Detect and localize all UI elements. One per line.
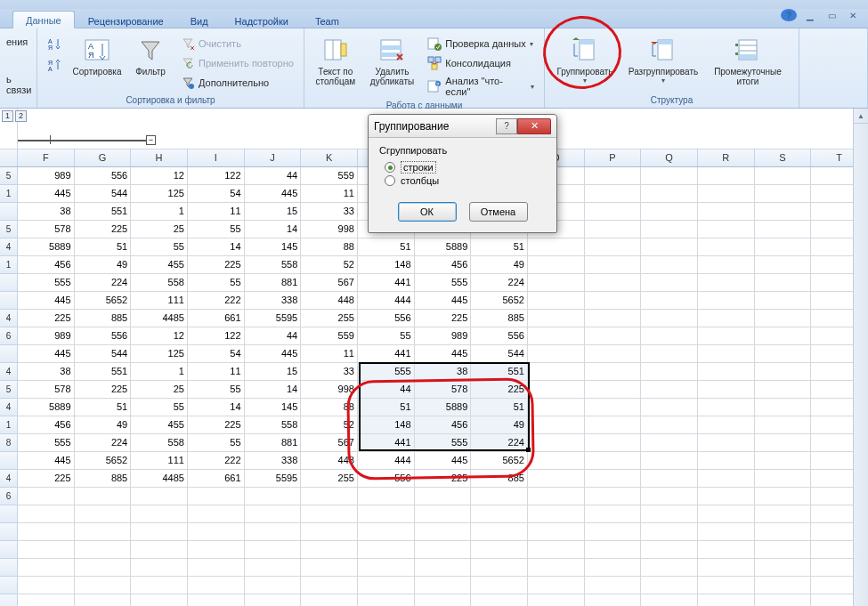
cell[interactable]: 38 xyxy=(18,203,75,221)
group-button[interactable]: Группировать▾ xyxy=(550,32,620,87)
window-close-icon[interactable]: ✕ xyxy=(845,9,861,21)
dialog-close-button[interactable]: ✕ xyxy=(517,118,551,134)
cell[interactable]: 551 xyxy=(75,363,132,381)
row-header[interactable]: 5 xyxy=(0,167,18,185)
dialog-help-button[interactable]: ? xyxy=(496,118,517,134)
cell[interactable]: 555 xyxy=(415,434,472,452)
cell[interactable] xyxy=(528,416,585,434)
cell[interactable] xyxy=(585,274,642,292)
cell[interactable]: 12 xyxy=(131,167,188,185)
cell[interactable]: 338 xyxy=(245,292,302,310)
column-header[interactable]: P xyxy=(585,149,642,166)
cell[interactable]: 51 xyxy=(358,399,415,416)
cell[interactable] xyxy=(698,470,755,488)
cell[interactable] xyxy=(528,238,585,256)
cell[interactable] xyxy=(188,559,245,577)
cell[interactable]: 556 xyxy=(358,310,415,327)
cell[interactable] xyxy=(188,523,245,541)
cell[interactable] xyxy=(585,594,642,606)
cell[interactable]: 145 xyxy=(245,238,302,256)
cell[interactable]: 54 xyxy=(188,185,245,203)
cell[interactable]: 49 xyxy=(75,416,132,434)
cell[interactable] xyxy=(528,310,585,327)
cell[interactable] xyxy=(641,203,698,221)
cell[interactable] xyxy=(528,399,585,416)
cell[interactable]: 5652 xyxy=(75,452,132,470)
cell[interactable] xyxy=(585,488,642,505)
cell[interactable]: 52 xyxy=(301,256,358,274)
cell[interactable]: 445 xyxy=(18,452,75,470)
cell[interactable] xyxy=(18,577,75,594)
cell[interactable]: 544 xyxy=(75,345,132,363)
cell[interactable]: 44 xyxy=(245,167,302,185)
cell[interactable] xyxy=(585,381,642,399)
cell[interactable] xyxy=(755,523,812,541)
cell[interactable]: 33 xyxy=(301,363,358,381)
cell[interactable] xyxy=(471,505,528,523)
cell[interactable]: 225 xyxy=(188,416,245,434)
column-header[interactable]: R xyxy=(698,149,755,166)
cell[interactable] xyxy=(188,594,245,606)
cell[interactable] xyxy=(641,238,698,256)
dialog-titlebar[interactable]: Группирование ? ✕ xyxy=(369,115,556,138)
cell[interactable]: 225 xyxy=(415,310,472,327)
cell[interactable]: 338 xyxy=(245,452,302,470)
row-header[interactable]: 4 xyxy=(0,470,18,488)
cell[interactable] xyxy=(755,274,812,292)
cell[interactable] xyxy=(585,238,642,256)
cell[interactable] xyxy=(755,594,812,606)
sort-az-button[interactable]: АЯ xyxy=(43,34,66,53)
cell[interactable]: 578 xyxy=(18,381,75,399)
cell[interactable] xyxy=(415,488,472,505)
cell[interactable]: 455 xyxy=(131,256,188,274)
vertical-scrollbar[interactable]: ▲ xyxy=(853,109,868,606)
cell[interactable] xyxy=(698,167,755,185)
cell[interactable]: 111 xyxy=(131,452,188,470)
column-header[interactable] xyxy=(0,149,18,166)
scroll-up-icon[interactable]: ▲ xyxy=(854,109,868,124)
cell[interactable]: 998 xyxy=(301,221,358,238)
advanced-filter-button[interactable]: Дополнительно xyxy=(176,73,298,93)
subtotal-button[interactable]: Промежуточныеитоги xyxy=(707,32,789,89)
cell[interactable]: 445 xyxy=(415,452,472,470)
cell[interactable] xyxy=(131,523,188,541)
cell[interactable]: 445 xyxy=(245,185,302,203)
cell[interactable]: 11 xyxy=(301,185,358,203)
cell[interactable] xyxy=(641,523,698,541)
cell[interactable] xyxy=(755,541,812,559)
cell[interactable] xyxy=(755,185,812,203)
cell[interactable]: 555 xyxy=(358,363,415,381)
cell[interactable]: 51 xyxy=(471,399,528,416)
cell[interactable] xyxy=(75,559,132,577)
cell[interactable] xyxy=(415,577,472,594)
cell[interactable] xyxy=(75,594,132,606)
cell[interactable] xyxy=(245,541,302,559)
sort-za-button[interactable]: ЯА xyxy=(43,55,66,75)
cell[interactable]: 14 xyxy=(245,221,302,238)
column-header[interactable]: Q xyxy=(641,149,698,166)
cell[interactable]: 998 xyxy=(301,381,358,399)
cell[interactable]: 661 xyxy=(188,470,245,488)
cell[interactable] xyxy=(698,238,755,256)
cell[interactable] xyxy=(415,594,472,606)
cell[interactable] xyxy=(755,256,812,274)
cell[interactable] xyxy=(528,523,585,541)
cell[interactable]: 5889 xyxy=(415,399,472,416)
cell[interactable] xyxy=(528,256,585,274)
cell[interactable] xyxy=(131,559,188,577)
row-header[interactable] xyxy=(0,203,18,221)
row-header[interactable] xyxy=(0,523,18,541)
cell[interactable] xyxy=(75,488,132,505)
cell[interactable] xyxy=(358,523,415,541)
cell[interactable] xyxy=(18,488,75,505)
cell[interactable] xyxy=(641,292,698,310)
cell[interactable] xyxy=(641,221,698,238)
cell[interactable] xyxy=(301,559,358,577)
cell[interactable]: 225 xyxy=(415,470,472,488)
cell[interactable] xyxy=(131,541,188,559)
cell[interactable] xyxy=(528,577,585,594)
cell[interactable]: 225 xyxy=(188,256,245,274)
cell[interactable] xyxy=(641,381,698,399)
cell[interactable] xyxy=(641,416,698,434)
cell[interactable] xyxy=(585,505,642,523)
